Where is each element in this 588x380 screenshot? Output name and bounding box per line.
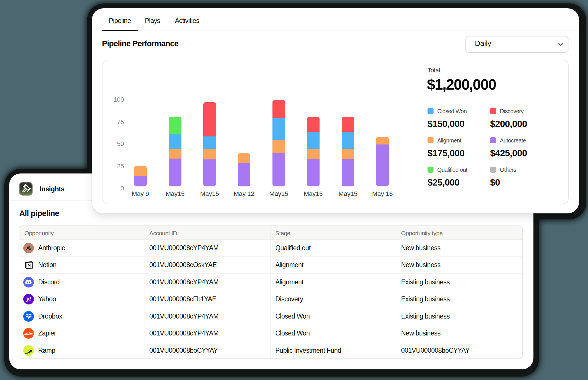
- svg-text:N: N: [28, 263, 31, 268]
